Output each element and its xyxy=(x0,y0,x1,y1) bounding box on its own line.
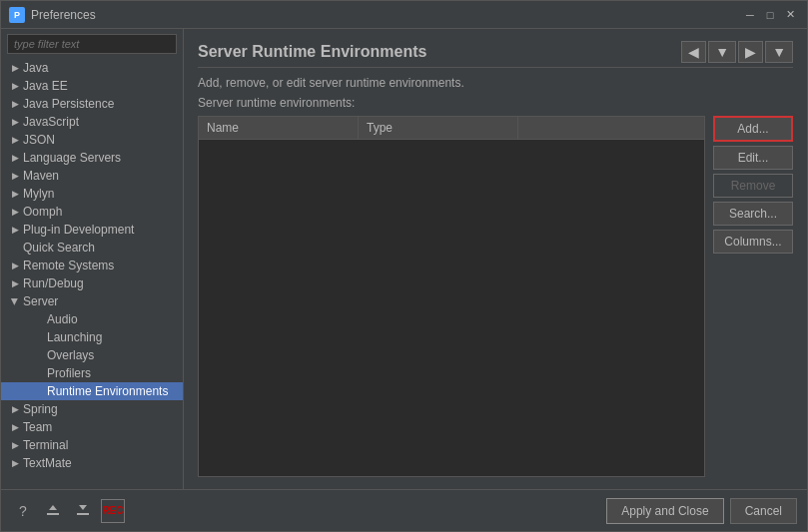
sidebar-item-java-persistence[interactable]: ▶ Java Persistence xyxy=(1,95,183,113)
sidebar-label-spring: Spring xyxy=(23,402,179,416)
tree-arrow-terminal: ▶ xyxy=(9,439,21,451)
tree-arrow-textmate: ▶ xyxy=(9,457,21,469)
add-button[interactable]: Add... xyxy=(713,116,793,142)
table-body xyxy=(199,140,704,476)
svg-rect-2 xyxy=(77,513,89,515)
window-title: Preferences xyxy=(31,8,741,22)
sidebar-item-overlays[interactable]: ▶ Overlays xyxy=(1,346,183,364)
table-area: Name Type Add... Edit... Remove Search..… xyxy=(198,116,793,477)
tree-arrow-java: ▶ xyxy=(9,62,21,74)
sidebar-item-terminal[interactable]: ▶ Terminal xyxy=(1,436,183,454)
sidebar-label-terminal: Terminal xyxy=(23,438,179,452)
tree-arrow-javascript: ▶ xyxy=(9,116,21,128)
close-button[interactable]: ✕ xyxy=(781,6,799,24)
sidebar-item-launching[interactable]: ▶ Launching xyxy=(1,328,183,346)
panel-header-row: Server Runtime Environments ◀ ▼ ▶ ▼ xyxy=(198,41,793,63)
col-name: Name xyxy=(199,117,359,139)
sidebar-label-server: Server xyxy=(23,294,179,308)
import-button[interactable] xyxy=(41,499,65,523)
sidebar-label-java-persistence: Java Persistence xyxy=(23,97,179,111)
filter-input[interactable] xyxy=(7,34,177,54)
tree: ▶ Java ▶ Java EE ▶ Java Persistence ▶ Ja… xyxy=(1,59,183,489)
sidebar-label-profilers: Profilers xyxy=(47,366,179,380)
minimize-button[interactable]: ─ xyxy=(741,6,759,24)
sidebar-label-oomph: Oomph xyxy=(23,205,179,219)
tree-arrow-run-debug: ▶ xyxy=(9,277,21,289)
maximize-button[interactable]: □ xyxy=(761,6,779,24)
search-button[interactable]: Search... xyxy=(713,202,793,226)
tree-arrow-java-persistence: ▶ xyxy=(9,98,21,110)
title-bar: P Preferences ─ □ ✕ xyxy=(1,1,807,29)
tree-arrow-java-ee: ▶ xyxy=(9,80,21,92)
record-button[interactable]: REC xyxy=(101,499,125,523)
main-content: ▶ Java ▶ Java EE ▶ Java Persistence ▶ Ja… xyxy=(1,29,807,489)
columns-button[interactable]: Columns... xyxy=(713,230,793,254)
app-icon: P xyxy=(9,7,25,23)
svg-rect-0 xyxy=(47,513,59,515)
table-header: Name Type xyxy=(199,117,704,140)
sidebar-item-java-ee[interactable]: ▶ Java EE xyxy=(1,77,183,95)
tree-arrow-maven: ▶ xyxy=(9,170,21,182)
tree-arrow-server: ▶ xyxy=(9,295,21,307)
sidebar-item-server[interactable]: ▶ Server xyxy=(1,292,183,310)
tree-arrow-oomph: ▶ xyxy=(9,206,21,218)
tree-arrow-mylyn: ▶ xyxy=(9,188,21,200)
sidebar-label-quick-search: Quick Search xyxy=(23,241,179,255)
tree-arrow-json: ▶ xyxy=(9,134,21,146)
sidebar-label-launching: Launching xyxy=(47,330,179,344)
sidebar-item-remote-systems[interactable]: ▶ Remote Systems xyxy=(1,257,183,274)
export-button[interactable] xyxy=(71,499,95,523)
sidebar-item-profilers[interactable]: ▶ Profilers xyxy=(1,364,183,382)
sidebar-label-overlays: Overlays xyxy=(47,348,179,362)
sidebar-label-remote-systems: Remote Systems xyxy=(23,259,179,272)
sidebar-item-audio[interactable]: ▶ Audio xyxy=(1,310,183,328)
sidebar-item-textmate[interactable]: ▶ TextMate xyxy=(1,454,183,472)
sidebar-label-language-servers: Language Servers xyxy=(23,151,179,165)
nav-buttons: ◀ ▼ ▶ ▼ xyxy=(681,41,793,63)
sidebar-item-oomph[interactable]: ▶ Oomph xyxy=(1,203,183,221)
svg-marker-1 xyxy=(49,505,57,510)
right-panel: Server Runtime Environments ◀ ▼ ▶ ▼ Add,… xyxy=(184,29,807,489)
sidebar-label-java-ee: Java EE xyxy=(23,79,179,93)
svg-marker-3 xyxy=(79,505,87,510)
forward-dropdown-button[interactable]: ▼ xyxy=(765,41,793,63)
sidebar-item-maven[interactable]: ▶ Maven xyxy=(1,167,183,185)
sidebar-item-team[interactable]: ▶ Team xyxy=(1,418,183,436)
bottom-icons: ? REC xyxy=(11,499,125,523)
sidebar-item-language-servers[interactable]: ▶ Language Servers xyxy=(1,149,183,167)
sidebar-label-run-debug: Run/Debug xyxy=(23,276,179,290)
sidebar-item-json[interactable]: ▶ JSON xyxy=(1,131,183,149)
sidebar-item-runtime-environments[interactable]: ▶ Runtime Environments xyxy=(1,382,183,400)
sidebar-item-java[interactable]: ▶ Java xyxy=(1,59,183,77)
tree-arrow-language-servers: ▶ xyxy=(9,152,21,164)
nav-dropdown-button[interactable]: ▼ xyxy=(708,41,736,63)
apply-close-button[interactable]: Apply and Close xyxy=(606,498,723,524)
sidebar-label-json: JSON xyxy=(23,133,179,147)
sidebar-item-quick-search[interactable]: ▶ Quick Search xyxy=(1,239,183,257)
sidebar-label-audio: Audio xyxy=(47,312,179,326)
col-extra xyxy=(518,117,704,139)
sidebar-label-javascript: JavaScript xyxy=(23,115,179,129)
col-type: Type xyxy=(359,117,518,139)
cancel-button[interactable]: Cancel xyxy=(730,498,797,524)
sidebar-item-run-debug[interactable]: ▶ Run/Debug xyxy=(1,274,183,292)
help-button[interactable]: ? xyxy=(11,499,35,523)
sidebar-label-mylyn: Mylyn xyxy=(23,187,179,201)
sidebar-item-plugin-dev[interactable]: ▶ Plug-in Development xyxy=(1,221,183,239)
sidebar-item-javascript[interactable]: ▶ JavaScript xyxy=(1,113,183,131)
remove-button[interactable]: Remove xyxy=(713,174,793,198)
sidebar-label-runtime-environments: Runtime Environments xyxy=(47,384,179,398)
tree-arrow-plugin-dev: ▶ xyxy=(9,224,21,236)
sidebar: ▶ Java ▶ Java EE ▶ Java Persistence ▶ Ja… xyxy=(1,29,184,489)
forward-button[interactable]: ▶ xyxy=(738,41,763,63)
sidebar-label-maven: Maven xyxy=(23,169,179,183)
tree-arrow-remote-systems: ▶ xyxy=(9,260,21,271)
sidebar-item-mylyn[interactable]: ▶ Mylyn xyxy=(1,185,183,203)
sidebar-item-spring[interactable]: ▶ Spring xyxy=(1,400,183,418)
title-divider xyxy=(198,67,793,68)
preferences-window: P Preferences ─ □ ✕ ▶ Java ▶ Java EE xyxy=(0,0,808,532)
back-button[interactable]: ◀ xyxy=(681,41,706,63)
window-controls: ─ □ ✕ xyxy=(741,6,799,24)
edit-button[interactable]: Edit... xyxy=(713,146,793,170)
sidebar-label-java: Java xyxy=(23,61,179,75)
